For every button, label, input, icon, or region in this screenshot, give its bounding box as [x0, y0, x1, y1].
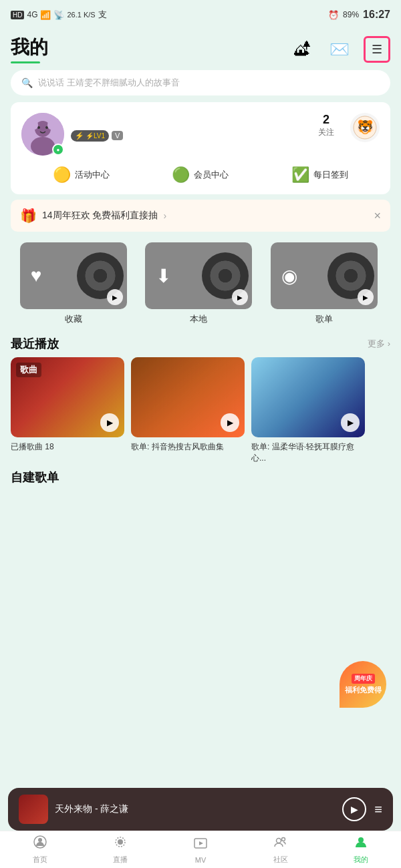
- svg-point-6: [47, 120, 54, 130]
- anniversary-top-text: 周年庆: [352, 674, 375, 684]
- recent-thumb-1: ▶: [131, 357, 245, 437]
- category-thumb-playlist: ◉ ▶: [271, 242, 378, 309]
- self-playlist-header: 自建歌单: [0, 464, 401, 491]
- svg-point-18: [358, 837, 364, 843]
- nav-item-community[interactable]: 社区: [241, 835, 321, 865]
- recent-play-btn-2[interactable]: ▶: [341, 413, 360, 432]
- home-icon: [33, 835, 47, 853]
- level-badges: ⚡⚡LV1 V: [71, 130, 123, 142]
- network-icon: 4G: [27, 10, 37, 19]
- recent-caption-2: 歌单: 温柔华语·轻抚耳膜疗愈心...: [251, 441, 365, 464]
- member-center-action[interactable]: 🟢 会员中心: [172, 166, 229, 184]
- player-play-button[interactable]: ▶: [342, 797, 366, 821]
- svg-marker-15: [199, 841, 203, 845]
- profile-top: ● ⚡⚡LV1 V 2 关注 🐯: [21, 113, 380, 156]
- recent-play-title: 最近播放: [11, 336, 59, 352]
- nav-item-mine[interactable]: 我的: [321, 835, 401, 865]
- battery-text: 89%: [343, 10, 359, 19]
- signal-icon: 📶: [40, 10, 51, 20]
- banner-close-button[interactable]: ×: [374, 209, 381, 223]
- category-item-favorites[interactable]: ♥ ▶ 收藏: [11, 242, 136, 325]
- anniversary-badge[interactable]: 周年庆 福利免费得: [340, 661, 393, 714]
- nav-label-home: 首页: [33, 855, 47, 865]
- wifi-icon: 📡: [53, 10, 64, 20]
- recent-item-1[interactable]: ▶ 歌单: 抖音热搜古风歌曲集: [131, 357, 245, 464]
- follow-label: 关注: [318, 127, 334, 138]
- status-left: HD 4G 📶 📡 26.1 K/S 支: [11, 9, 107, 21]
- category-thumb-favorites: ♥ ▶: [20, 242, 127, 309]
- player-title: 天外来物 - 薛之谦: [55, 803, 336, 815]
- nav-label-community: 社区: [273, 855, 288, 865]
- tiger-badge[interactable]: 🐯: [350, 113, 380, 142]
- anniversary-circle: 周年庆 福利免费得: [340, 661, 386, 708]
- status-right: ⏰ 89% 16:27: [328, 9, 390, 21]
- nav-item-mv[interactable]: MV: [160, 836, 241, 864]
- anniversary-banner[interactable]: 🎁 14周年狂欢 免费福利直接抽 › ×: [11, 200, 390, 232]
- avatar-container: ●: [21, 113, 64, 156]
- recent-play-header: 最近播放 更多 ›: [0, 331, 401, 357]
- hd-icon: HD: [11, 11, 24, 19]
- nav-label-mine: 我的: [354, 855, 368, 865]
- recent-item-2[interactable]: ▶ 歌单: 温柔华语·轻抚耳膜疗愈心...: [251, 357, 365, 464]
- download-icon: ⬇: [156, 265, 171, 287]
- category-thumb-local: ⬇ ▶: [145, 242, 252, 309]
- recent-thumb-label-0: 歌曲: [16, 363, 41, 377]
- bottom-player[interactable]: 天外来物 - 薛之谦 ▶ ≡: [8, 788, 393, 831]
- recent-play-list: 歌曲 ▶ 已播歌曲 18 ▶ 歌单: 抖音热搜古风歌曲集 ▶ 歌单: 温柔: [0, 357, 401, 464]
- menu-icon: ☰: [372, 42, 382, 57]
- activity-center-action[interactable]: 🟡 活动中心: [53, 166, 110, 184]
- player-list-button[interactable]: ≡: [374, 802, 382, 817]
- v-badge: V: [112, 131, 123, 140]
- playlist-icon: ◉: [281, 265, 297, 287]
- category-label-local: 本地: [190, 313, 207, 325]
- alipay-icon: 支: [98, 9, 107, 21]
- recent-play-btn-1[interactable]: ▶: [221, 413, 239, 432]
- category-item-playlist[interactable]: ◉ ▶ 歌单: [261, 242, 386, 325]
- daily-checkin-action[interactable]: ✅ 每日签到: [291, 166, 348, 184]
- nav-item-home[interactable]: 首页: [0, 835, 80, 865]
- recent-item-0[interactable]: 歌曲 ▶ 已播歌曲 18: [11, 357, 124, 464]
- recent-play-btn-0[interactable]: ▶: [100, 413, 119, 432]
- play-overlay-favorites: ▶: [107, 289, 123, 305]
- heart-icon: ♥: [31, 265, 42, 286]
- nav-label-live: 直播: [113, 855, 128, 865]
- activity-icon: 🟡: [53, 166, 71, 184]
- svg-point-16: [277, 839, 281, 843]
- banner-gift-icon: 🎁: [20, 208, 37, 224]
- recent-caption-1: 歌单: 抖音热搜古风歌曲集: [131, 441, 245, 453]
- player-info: 天外来物 - 薛之谦: [55, 803, 336, 815]
- search-placeholder: 说说话 王靖雯不胖细腻动人的故事音: [38, 77, 180, 89]
- profile-stat-follow[interactable]: 2 关注: [318, 113, 334, 138]
- player-controls: ▶ ≡: [342, 797, 382, 821]
- follow-count: 2: [318, 113, 334, 127]
- recent-play-more[interactable]: 更多 ›: [368, 338, 390, 350]
- svg-point-11: [38, 838, 42, 842]
- mine-icon: [354, 835, 368, 853]
- avatar-online-badge: ●: [52, 144, 64, 156]
- title-underline: [11, 61, 40, 63]
- anniversary-main-text: 福利免费得: [345, 685, 382, 695]
- recent-caption-0: 已播歌曲 18: [11, 441, 124, 453]
- nav-item-live[interactable]: 直播: [80, 835, 160, 865]
- profile-actions: 🟡 活动中心 🟢 会员中心 ✅ 每日签到: [21, 166, 380, 184]
- menu-icon-button[interactable]: ☰: [364, 36, 390, 63]
- category-item-local[interactable]: ⬇ ▶ 本地: [136, 242, 261, 325]
- nav-label-mv: MV: [195, 856, 207, 864]
- page-title: 我的: [11, 35, 48, 60]
- category-label-favorites: 收藏: [65, 313, 82, 325]
- self-playlist-title: 自建歌单: [11, 469, 59, 485]
- tent-icon-button[interactable]: 🏕: [289, 36, 315, 63]
- banner-text: 14周年狂欢 免费福利直接抽: [42, 210, 158, 222]
- category-label-playlist: 歌单: [315, 313, 333, 325]
- search-bar[interactable]: 🔍 说说话 王靖雯不胖细腻动人的故事音: [11, 70, 390, 95]
- recent-thumb-0: 歌曲 ▶: [11, 357, 124, 437]
- profile-badges: ⚡⚡LV1 V: [71, 128, 123, 142]
- activity-label: 活动中心: [75, 169, 110, 181]
- level-badge: ⚡⚡LV1: [71, 130, 109, 142]
- header: 我的 🏕 ✉️ ☰: [0, 29, 401, 63]
- svg-point-5: [31, 120, 38, 130]
- community-icon: [273, 835, 288, 853]
- header-title-container: 我的: [11, 35, 48, 63]
- message-icon-button[interactable]: ✉️: [326, 36, 353, 63]
- recent-thumb-2: ▶: [251, 357, 365, 437]
